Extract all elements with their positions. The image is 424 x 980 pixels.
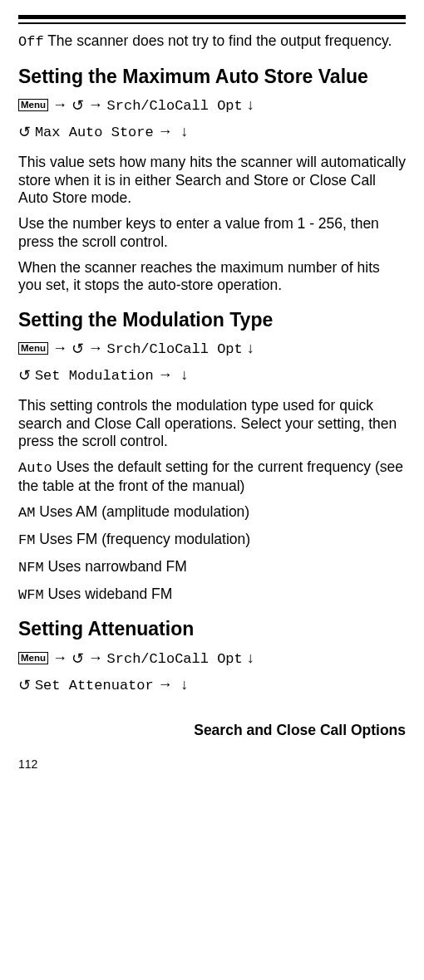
- menu-button-icon: Menu: [18, 342, 48, 355]
- arrow-down-icon: ↓: [180, 672, 188, 698]
- text-wfm: Uses wideband FM: [47, 586, 172, 602]
- menu-button-icon: Menu: [18, 652, 48, 664]
- text-am: Uses AM (amplitude modulation): [39, 503, 249, 520]
- item-auto: Auto Uses the default setting for the cu…: [18, 458, 406, 495]
- arrow-down-icon: ↓: [180, 362, 188, 388]
- text-auto: Uses the default setting for the current…: [18, 458, 403, 494]
- nav-text: Set Modulation: [35, 368, 154, 384]
- arrow-right-icon: →: [52, 645, 67, 671]
- document-page: Off The scanner does not try to find the…: [0, 0, 424, 779]
- footer-title: Search and Close Call Options: [18, 722, 406, 739]
- label-fm: FM: [18, 532, 35, 548]
- item-off: Off The scanner does not try to find the…: [18, 32, 406, 51]
- scroll-icon: ↺: [71, 646, 84, 672]
- page-number: 112: [18, 757, 406, 771]
- arrow-right-icon: →: [158, 362, 173, 388]
- heading-modulation-type: Setting the Modulation Type: [18, 310, 406, 331]
- label-off: Off: [18, 34, 44, 50]
- arrow-right-icon: →: [88, 92, 103, 118]
- scroll-icon: ↺: [71, 336, 84, 362]
- scroll-icon: ↺: [18, 120, 31, 145]
- nav-text: Srch/CloCall Opt: [107, 651, 243, 667]
- arrow-down-icon: ↓: [180, 119, 188, 145]
- text-nfm: Uses narrowband FM: [47, 558, 186, 575]
- nav-text: Srch/CloCall Opt: [107, 98, 243, 114]
- scroll-icon: ↺: [18, 673, 31, 698]
- rule-thick: [18, 15, 406, 19]
- item-wfm: WFM Uses wideband FM: [18, 586, 406, 605]
- text-fm: Uses FM (frequency modulation): [39, 531, 250, 547]
- item-nfm: NFM Uses narrowband FM: [18, 558, 406, 577]
- scroll-icon: ↺: [18, 363, 31, 389]
- menu-button-icon: Menu: [18, 99, 48, 111]
- label-auto: Auto: [18, 460, 52, 476]
- text-off: The scanner does not try to find the out…: [47, 32, 392, 49]
- nav-text: Set Attenuator: [35, 678, 154, 693]
- arrow-down-icon: ↓: [247, 336, 254, 361]
- arrow-right-icon: →: [158, 672, 173, 698]
- arrow-right-icon: →: [52, 92, 67, 118]
- body-text: Use the number keys to enter a value fro…: [18, 215, 406, 251]
- arrow-right-icon: →: [88, 645, 103, 671]
- heading-max-auto-store: Setting the Maximum Auto Store Value: [18, 66, 406, 88]
- label-nfm: NFM: [18, 560, 44, 576]
- nav-path-1: Menu → ↺ → Srch/CloCall Opt ↓ ↺ Max Auto…: [18, 92, 406, 145]
- body-text: When the scanner reaches the maximum num…: [18, 259, 406, 295]
- nav-text: Srch/CloCall Opt: [107, 341, 243, 357]
- body-text: This setting controls the modulation typ…: [18, 397, 406, 450]
- scroll-icon: ↺: [71, 93, 84, 119]
- item-am: AM Uses AM (amplitude modulation): [18, 503, 406, 522]
- arrow-down-icon: ↓: [247, 92, 254, 118]
- arrow-right-icon: →: [52, 336, 67, 361]
- arrow-down-icon: ↓: [247, 645, 254, 671]
- rule-thin: [18, 22, 406, 24]
- label-wfm: WFM: [18, 587, 44, 603]
- label-am: AM: [18, 505, 35, 521]
- body-text: This value sets how many hits the scanne…: [18, 154, 406, 207]
- nav-path-2: Menu → ↺ → Srch/CloCall Opt ↓ ↺ Set Modu…: [18, 336, 406, 389]
- heading-attenuation: Setting Attenuation: [18, 619, 406, 640]
- arrow-right-icon: →: [158, 119, 173, 145]
- arrow-right-icon: →: [88, 336, 103, 361]
- nav-path-3: Menu → ↺ → Srch/CloCall Opt ↓ ↺ Set Atte…: [18, 645, 406, 698]
- item-fm: FM Uses FM (frequency modulation): [18, 531, 406, 550]
- nav-text: Max Auto Store: [35, 125, 154, 140]
